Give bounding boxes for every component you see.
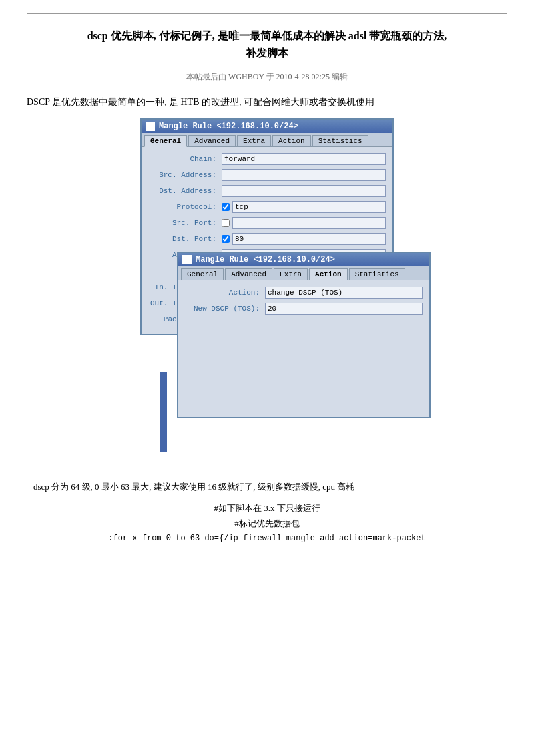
checkbox-src-port[interactable] xyxy=(222,219,230,227)
checkbox-protocol[interactable] xyxy=(222,203,230,211)
tab2-statistics[interactable]: Statistics xyxy=(349,268,405,280)
post-subtitle: 本帖最后由 WGHBOY 于 2010-4-28 02:25 编辑 xyxy=(27,71,507,83)
label-dst-port: Dst. Port: xyxy=(148,235,222,243)
field-row-dst-port: Dst. Port: xyxy=(148,232,386,246)
dialog2-icon xyxy=(182,255,192,264)
input-new-dscp[interactable] xyxy=(265,303,423,315)
dialog2-title: Mangle Rule <192.168.10.0/24> xyxy=(196,255,335,264)
bottom-section: dscp 分为 64 级, 0 最小 63 最大, 建议大家使用 16 级就行了… xyxy=(27,479,507,543)
dialog1-tabs: General Advanced Extra Action Statistics xyxy=(142,133,392,147)
bottom-text-line2: #如下脚本在 3.x 下只接运行 xyxy=(33,500,501,516)
dialogs-area: Mangle Rule <192.168.10.0/24> General Ad… xyxy=(27,118,507,465)
label-dst-address: Dst. Address: xyxy=(148,187,222,195)
field-row-chain: Chain: xyxy=(148,152,386,166)
dialog2-content: Action: New DSCP (TOS): xyxy=(178,280,429,417)
dialog2-titlebar: Mangle Rule <192.168.10.0/24> xyxy=(178,253,429,266)
code-line: :for x from 0 to 63 do={/ip firewall man… xyxy=(33,534,501,543)
input-dst-port[interactable] xyxy=(232,233,386,245)
field-row-src-address: Src. Address: xyxy=(148,168,386,182)
dialog1-title: Mangle Rule <192.168.10.0/24> xyxy=(159,122,298,131)
bottom-text-line3: #标记优先数据包 xyxy=(33,516,501,531)
tab-general[interactable]: General xyxy=(144,135,187,147)
input-action[interactable] xyxy=(265,287,423,299)
tab-action[interactable]: Action xyxy=(272,135,311,146)
input-chain[interactable] xyxy=(222,153,386,165)
tab2-general[interactable]: General xyxy=(181,268,224,280)
label-protocol: Protocol: xyxy=(148,203,222,211)
tab2-advanced[interactable]: Advanced xyxy=(225,268,272,280)
checkbox-dst-port[interactable] xyxy=(222,235,230,243)
input-protocol[interactable] xyxy=(232,201,386,213)
tab2-extra[interactable]: Extra xyxy=(274,268,308,280)
tab-advanced[interactable]: Advanced xyxy=(188,135,236,146)
dialog1-titlebar: Mangle Rule <192.168.10.0/24> xyxy=(142,120,392,133)
label-src-port: Src. Port: xyxy=(148,219,222,227)
page-title: dscp 优先脚本, 付标记例子, 是唯一最简单低成本的解决 adsl 带宽瓶颈… xyxy=(27,27,507,61)
label-src-address: Src. Address: xyxy=(148,171,222,179)
blue-sidebar-accent xyxy=(160,372,167,452)
tab-extra[interactable]: Extra xyxy=(237,135,271,146)
dialog1-icon xyxy=(146,122,155,131)
dialog2-tabs: General Advanced Extra Action Statistics xyxy=(178,266,429,280)
input-src-address[interactable] xyxy=(222,169,386,181)
field-row-action: Action: xyxy=(185,286,423,299)
input-dst-address[interactable] xyxy=(222,185,386,197)
field-row-new-dscp: New DSCP (TOS): xyxy=(185,302,423,315)
field-row-src-port: Src. Port: xyxy=(148,216,386,230)
tab-statistics[interactable]: Statistics xyxy=(312,135,368,146)
dialog-mangle-action: Mangle Rule <192.168.10.0/24> General Ad… xyxy=(177,252,431,418)
label-new-dscp: New DSCP (TOS): xyxy=(185,305,265,313)
field-row-dst-address: Dst. Address: xyxy=(148,184,386,198)
label-action: Action: xyxy=(185,289,265,297)
input-src-port[interactable] xyxy=(232,217,386,229)
field-row-protocol: Protocol: xyxy=(148,200,386,214)
page-description: DSCP 是优先数据中最简单的一种, 是 HTB 的改进型, 可配合网维大师或者… xyxy=(27,96,507,108)
tab2-action[interactable]: Action xyxy=(309,268,348,280)
top-divider xyxy=(27,13,507,14)
bottom-text-line1: dscp 分为 64 级, 0 最小 63 最大, 建议大家使用 16 级就行了… xyxy=(33,479,501,494)
label-chain: Chain: xyxy=(148,155,222,163)
